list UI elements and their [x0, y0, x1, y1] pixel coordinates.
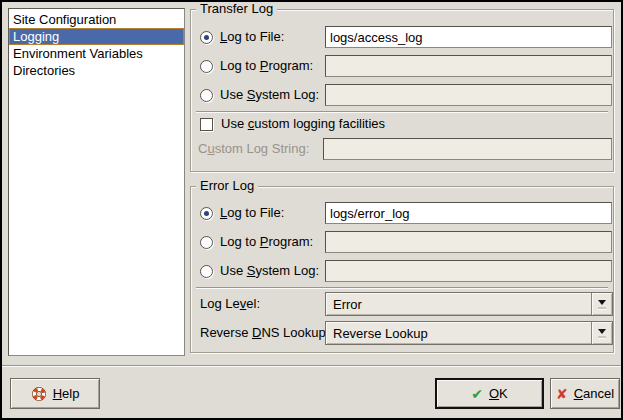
error-log-title: Error Log — [196, 178, 258, 194]
transfer-log-to-file-label[interactable]: Log to File: — [220, 26, 284, 48]
cancel-button-label: Cancel — [574, 386, 614, 401]
reverse-dns-dropdown[interactable]: Reverse Lookup — [325, 321, 613, 345]
check-icon: ✔ — [471, 387, 483, 401]
transfer-use-system-log-radio[interactable] — [200, 89, 213, 102]
sidebar-item-logging[interactable]: Logging — [9, 28, 184, 45]
ok-button-label: OK — [489, 386, 508, 401]
help-button-label: Help — [53, 386, 80, 401]
sidebar-item-site-configuration[interactable]: Site Configuration — [9, 11, 184, 28]
log-level-value: Error — [326, 297, 591, 312]
chevron-down-icon — [598, 329, 606, 334]
x-icon: ✘ — [556, 387, 568, 401]
footer-separator — [0, 365, 623, 366]
sidebar-item-directories[interactable]: Directories — [9, 62, 184, 79]
error-log-file-input[interactable] — [325, 202, 612, 224]
log-level-arrow-button[interactable] — [591, 293, 612, 315]
transfer-log-to-program-label[interactable]: Log to Program: — [220, 55, 313, 77]
log-level-label: Log Level: — [200, 292, 260, 316]
transfer-use-system-log-label[interactable]: Use System Log: — [220, 84, 319, 106]
transfer-log-program-input — [325, 55, 612, 77]
chevron-down-icon — [598, 300, 606, 305]
error-log-program-input — [325, 231, 612, 253]
dropdown-bar-icon — [598, 307, 606, 309]
cancel-button[interactable]: ✘ Cancel — [550, 378, 620, 409]
custom-logging-facilities-label[interactable]: Use custom logging facilities — [221, 113, 385, 135]
transfer-system-log-input — [325, 84, 612, 106]
transfer-log-separator — [196, 111, 608, 112]
custom-log-string-input — [323, 138, 612, 160]
help-lifebuoy-icon — [31, 386, 47, 402]
transfer-log-file-input[interactable] — [325, 26, 612, 48]
error-log-separator — [196, 287, 608, 288]
error-log-to-program-radio[interactable] — [200, 236, 213, 249]
category-list: Site Configuration Logging Environment V… — [8, 8, 185, 356]
reverse-dns-label: Reverse DNS Lookup: — [200, 321, 329, 345]
error-use-system-log-radio[interactable] — [200, 265, 213, 278]
dropdown-bar-icon — [598, 336, 606, 338]
sidebar-item-environment-variables[interactable]: Environment Variables — [9, 45, 184, 62]
log-level-dropdown[interactable]: Error — [325, 292, 613, 316]
transfer-log-to-file-radio[interactable] — [200, 31, 213, 44]
reverse-dns-value: Reverse Lookup — [326, 326, 591, 341]
logging-settings-dialog: Site Configuration Logging Environment V… — [0, 0, 623, 420]
help-button[interactable]: Help — [10, 378, 100, 409]
error-log-to-program-label[interactable]: Log to Program: — [220, 231, 313, 253]
transfer-log-title: Transfer Log — [196, 1, 277, 17]
ok-button[interactable]: ✔ OK — [435, 378, 544, 409]
custom-logging-facilities-checkbox[interactable] — [200, 118, 213, 131]
error-log-to-file-label[interactable]: Log to File: — [220, 202, 284, 224]
error-log-to-file-radio[interactable] — [200, 207, 213, 220]
custom-log-string-label: Custom Log String: — [198, 138, 309, 160]
error-system-log-input — [325, 260, 612, 282]
transfer-log-to-program-radio[interactable] — [200, 60, 213, 73]
error-use-system-log-label[interactable]: Use System Log: — [220, 260, 319, 282]
reverse-dns-arrow-button[interactable] — [591, 322, 612, 344]
